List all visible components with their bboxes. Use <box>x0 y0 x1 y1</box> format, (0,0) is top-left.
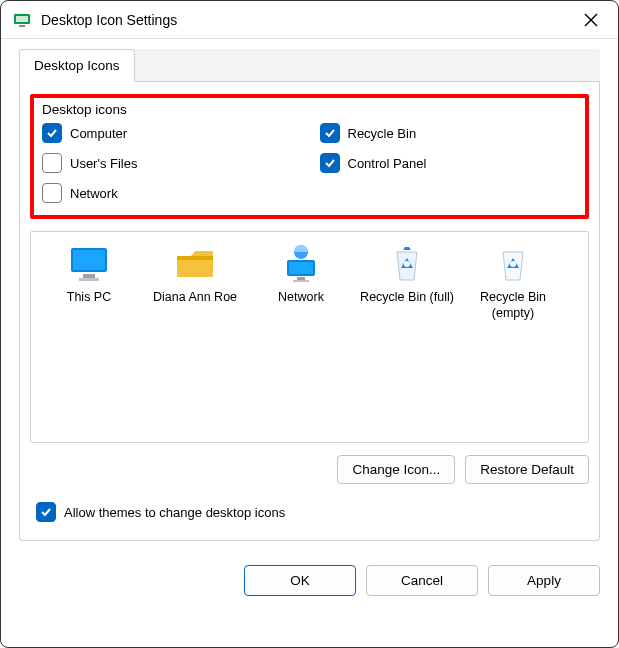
close-icon[interactable] <box>576 5 606 35</box>
preview-item-userfolder[interactable]: Diana Ann Roe <box>145 244 245 306</box>
preview-item-thispc[interactable]: This PC <box>39 244 139 306</box>
checkbox-label: Allow themes to change desktop icons <box>64 505 285 520</box>
svg-rect-11 <box>289 262 313 274</box>
checkbox-recyclebin[interactable] <box>320 123 340 143</box>
cancel-button[interactable]: Cancel <box>366 565 478 596</box>
svg-rect-6 <box>73 250 105 270</box>
checkbox-label: User's Files <box>70 156 138 171</box>
preview-item-recycleempty[interactable]: Recycle Bin (empty) <box>463 244 563 321</box>
checkbox-label: Network <box>70 186 118 201</box>
tab-panel: Desktop icons Computer Recycle Bin <box>19 82 600 541</box>
svg-point-14 <box>404 261 410 267</box>
svg-rect-1 <box>16 16 28 22</box>
checkbox-computer[interactable] <box>42 123 62 143</box>
checkbox-row-usersfiles: User's Files <box>42 153 300 173</box>
checkbox-usersfiles[interactable] <box>42 153 62 173</box>
svg-rect-13 <box>293 280 309 282</box>
desktop-icons-group-highlight: Desktop icons Computer Recycle Bin <box>30 94 589 219</box>
preview-label: This PC <box>39 290 139 306</box>
svg-rect-2 <box>19 25 25 27</box>
titlebar: Desktop Icon Settings <box>1 1 618 39</box>
restore-default-button[interactable]: Restore Default <box>465 455 589 484</box>
checkbox-label: Control Panel <box>348 156 427 171</box>
svg-rect-12 <box>297 277 305 280</box>
checkbox-row-controlpanel: Control Panel <box>320 153 578 173</box>
ok-button[interactable]: OK <box>244 565 356 596</box>
tabstrip: Desktop Icons <box>19 49 600 82</box>
checkbox-network[interactable] <box>42 183 62 203</box>
footer-buttons: OK Cancel Apply <box>1 555 618 612</box>
change-icon-button[interactable]: Change Icon... <box>337 455 455 484</box>
preview-item-recyclefull[interactable]: Recycle Bin (full) <box>357 244 457 306</box>
icon-preview-pane: This PC Diana Ann Roe <box>30 231 589 443</box>
themes-checkbox-row: Allow themes to change desktop icons <box>36 502 589 522</box>
folder-icon <box>173 244 217 284</box>
network-icon <box>279 244 323 284</box>
preview-label: Recycle Bin (full) <box>357 290 457 306</box>
monitor-icon <box>67 244 111 284</box>
svg-point-15 <box>510 261 516 267</box>
checkbox-allow-themes[interactable] <box>36 502 56 522</box>
svg-rect-8 <box>79 278 99 281</box>
app-icon <box>13 11 31 29</box>
checkbox-row-network: Network <box>42 183 300 203</box>
svg-rect-7 <box>83 274 95 278</box>
checkbox-label: Computer <box>70 126 127 141</box>
apply-button[interactable]: Apply <box>488 565 600 596</box>
preview-label: Diana Ann Roe <box>145 290 245 306</box>
checkbox-row-recyclebin: Recycle Bin <box>320 123 578 143</box>
checkbox-row-computer: Computer <box>42 123 300 143</box>
tab-desktop-icons[interactable]: Desktop Icons <box>19 49 135 82</box>
window-title: Desktop Icon Settings <box>41 12 576 28</box>
preview-label: Network <box>251 290 351 306</box>
preview-label: Recycle Bin (empty) <box>463 290 563 321</box>
checkbox-controlpanel[interactable] <box>320 153 340 173</box>
recycle-full-icon <box>385 244 429 284</box>
recycle-empty-icon <box>491 244 535 284</box>
checkbox-label: Recycle Bin <box>348 126 417 141</box>
preview-item-network[interactable]: Network <box>251 244 351 306</box>
group-caption: Desktop icons <box>42 102 577 117</box>
